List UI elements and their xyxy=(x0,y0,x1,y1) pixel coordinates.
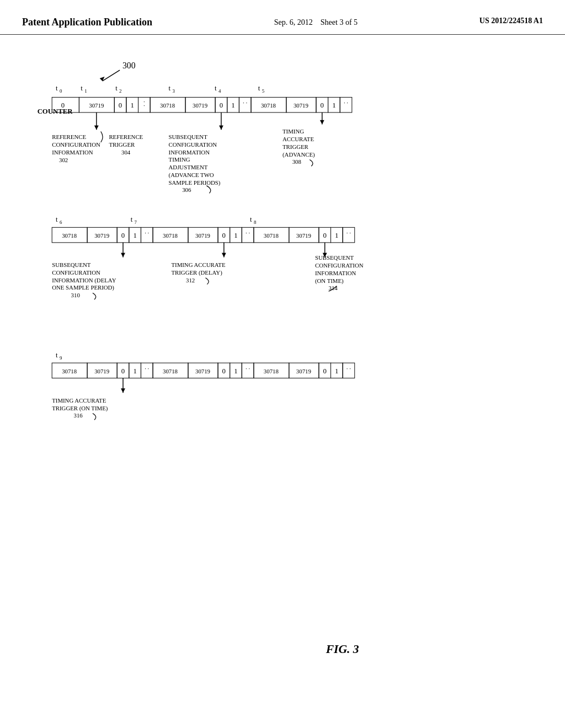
svg-text:0: 0 xyxy=(60,88,62,94)
svg-text:0: 0 xyxy=(321,101,324,109)
svg-text:30719: 30719 xyxy=(89,102,104,109)
svg-text:1: 1 xyxy=(84,88,87,94)
svg-text:1: 1 xyxy=(332,101,335,109)
svg-text:CONFIGURATION: CONFIGURATION xyxy=(52,269,100,276)
svg-text:INFORMATION: INFORMATION xyxy=(52,149,93,156)
svg-text:308: 308 xyxy=(292,159,301,165)
svg-line-0 xyxy=(103,71,120,82)
svg-text:· ·: · · xyxy=(347,365,351,372)
svg-text:CONFIGURATION: CONFIGURATION xyxy=(52,141,100,148)
svg-text:30719: 30719 xyxy=(296,368,311,374)
svg-text:TRIGGER: TRIGGER xyxy=(282,143,309,150)
svg-text:310: 310 xyxy=(71,292,80,299)
svg-text:TRIGGER: TRIGGER xyxy=(109,141,135,148)
svg-text:·: · xyxy=(143,99,145,105)
svg-text:30719: 30719 xyxy=(193,102,207,109)
svg-text:· ·: · · xyxy=(347,229,351,236)
svg-text:30718: 30718 xyxy=(62,232,77,239)
svg-text:30719: 30719 xyxy=(296,232,311,239)
svg-text:5: 5 xyxy=(262,88,265,94)
svg-text:30718: 30718 xyxy=(264,232,279,239)
svg-text:REFERENCE: REFERENCE xyxy=(52,133,86,140)
svg-text:1: 1 xyxy=(133,232,136,239)
svg-text:30719: 30719 xyxy=(195,368,210,374)
svg-marker-56 xyxy=(219,126,223,130)
svg-text:· ·: · · xyxy=(145,365,149,372)
svg-marker-116 xyxy=(222,253,226,258)
svg-text:t: t xyxy=(169,84,171,92)
svg-text:TIMING ACCURATE: TIMING ACCURATE xyxy=(171,261,225,268)
svg-text:TIMING ACCURATE: TIMING ACCURATE xyxy=(52,397,106,404)
svg-text:(ON TIME): (ON TIME) xyxy=(315,277,344,285)
svg-text:· ·: · · xyxy=(145,229,149,236)
svg-text:1: 1 xyxy=(234,367,237,375)
svg-text:7: 7 xyxy=(135,220,137,226)
svg-text:TIMING: TIMING xyxy=(282,129,304,135)
svg-text:ADJUSTMENT: ADJUSTMENT xyxy=(169,164,208,171)
svg-text:SUBSEQUENT: SUBSEQUENT xyxy=(169,133,208,140)
svg-text:CONFIGURATION: CONFIGURATION xyxy=(169,141,217,148)
svg-text:CONFIGURATION: CONFIGURATION xyxy=(315,262,364,269)
svg-marker-66 xyxy=(320,120,324,125)
svg-text:SAMPLE PERIODS): SAMPLE PERIODS) xyxy=(169,179,221,186)
svg-text:30718: 30718 xyxy=(163,368,178,374)
svg-text:0: 0 xyxy=(119,101,122,109)
svg-text:(ADVANCE): (ADVANCE) xyxy=(282,151,315,158)
svg-text:30718: 30718 xyxy=(264,368,279,374)
svg-text:302: 302 xyxy=(59,157,68,164)
svg-text:t: t xyxy=(215,84,217,92)
svg-text:0: 0 xyxy=(220,101,223,109)
svg-text:INFORMATION (DELAY: INFORMATION (DELAY xyxy=(52,277,116,284)
svg-text:0: 0 xyxy=(121,232,125,239)
svg-text:8: 8 xyxy=(254,220,257,226)
svg-text:SUBSEQUENT: SUBSEQUENT xyxy=(52,261,91,268)
svg-text:9: 9 xyxy=(60,356,62,361)
svg-text:6: 6 xyxy=(60,220,62,226)
svg-text:0: 0 xyxy=(121,367,125,375)
publication-date-sheet: Sep. 6, 2012 Sheet 3 of 5 xyxy=(274,17,358,29)
publication-title: Patent Application Publication xyxy=(22,17,152,28)
svg-text:304: 304 xyxy=(121,149,131,156)
svg-text:1: 1 xyxy=(231,101,234,109)
svg-text:INFORMATION: INFORMATION xyxy=(315,270,356,276)
svg-text:1: 1 xyxy=(335,232,338,239)
svg-text:316: 316 xyxy=(74,413,83,419)
svg-text:0: 0 xyxy=(323,367,326,375)
svg-text:(ADVANCE TWO: (ADVANCE TWO xyxy=(169,172,214,179)
svg-text:1: 1 xyxy=(133,367,136,375)
page-header: Patent Application Publication Sep. 6, 2… xyxy=(0,0,565,35)
svg-text:30718: 30718 xyxy=(62,368,77,374)
svg-text:1: 1 xyxy=(335,367,338,375)
svg-text:3: 3 xyxy=(172,88,175,94)
svg-marker-109 xyxy=(121,253,125,258)
svg-text:t: t xyxy=(115,84,118,92)
svg-marker-160 xyxy=(121,389,125,393)
svg-text:SUBSEQUENT: SUBSEQUENT xyxy=(315,255,354,261)
svg-text:1: 1 xyxy=(130,101,134,109)
svg-text:REFERENCE: REFERENCE xyxy=(109,133,143,140)
publication-number: US 2012/224518 A1 xyxy=(479,17,543,25)
svg-marker-47 xyxy=(94,126,99,130)
svg-text:312: 312 xyxy=(186,277,195,283)
svg-text:t: t xyxy=(131,216,133,224)
svg-text:0: 0 xyxy=(222,367,226,375)
svg-text:· ·: · · xyxy=(344,100,348,106)
svg-text:306: 306 xyxy=(182,187,191,194)
figure-svg: FIG. 3 300 COUNTER t 0 t 1 t 2 t 3 t 4 t… xyxy=(11,46,554,686)
svg-text:COUNTER: COUNTER xyxy=(38,108,73,115)
svg-text:t: t xyxy=(81,84,83,92)
diagram-area: FIG. 3 300 COUNTER t 0 t 1 t 2 t 3 t 4 t… xyxy=(0,35,565,697)
svg-text:TRIGGER (ON TIME): TRIGGER (ON TIME) xyxy=(52,405,108,412)
svg-text:TIMING: TIMING xyxy=(169,157,190,163)
svg-text:INFORMATION: INFORMATION xyxy=(169,149,210,156)
svg-text:ONE SAMPLE PERIOD): ONE SAMPLE PERIOD) xyxy=(52,285,114,292)
svg-text:30719: 30719 xyxy=(195,232,210,239)
svg-text:· ·: · · xyxy=(246,365,250,372)
svg-text:t: t xyxy=(56,84,58,92)
svg-text:30718: 30718 xyxy=(160,102,175,109)
diagram-number: 300 xyxy=(122,61,136,71)
svg-text:0: 0 xyxy=(323,232,326,239)
svg-text:ACCURATE: ACCURATE xyxy=(282,136,314,142)
svg-text:2: 2 xyxy=(119,88,121,94)
svg-text:30719: 30719 xyxy=(94,368,109,374)
